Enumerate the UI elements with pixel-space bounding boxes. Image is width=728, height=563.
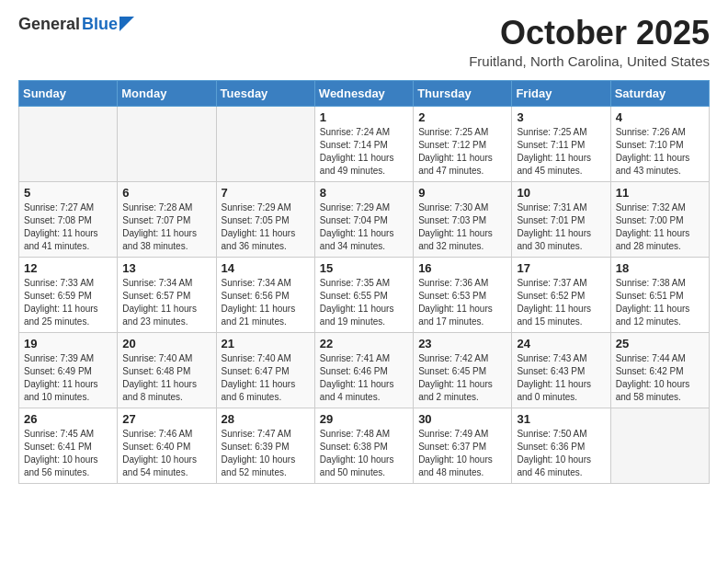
day-number: 10 [517, 186, 605, 200]
day-info: Sunrise: 7:25 AM Sunset: 7:12 PM Dayligh… [418, 126, 506, 178]
page-header: General Blue October 2025 Fruitland, Nor… [18, 15, 710, 69]
calendar-cell: 22Sunrise: 7:41 AM Sunset: 6:46 PM Dayli… [314, 332, 413, 408]
day-info: Sunrise: 7:45 AM Sunset: 6:41 PM Dayligh… [24, 428, 112, 479]
location-title: Fruitland, North Carolina, United States [469, 53, 710, 69]
day-number: 6 [122, 186, 210, 200]
day-info: Sunrise: 7:40 AM Sunset: 6:47 PM Dayligh… [222, 352, 310, 404]
day-info: Sunrise: 7:29 AM Sunset: 7:04 PM Dayligh… [320, 201, 408, 253]
day-number: 12 [24, 261, 112, 275]
calendar-cell: 20Sunrise: 7:40 AM Sunset: 6:48 PM Dayli… [118, 332, 216, 408]
calendar-cell: 6Sunrise: 7:28 AM Sunset: 7:07 PM Daylig… [118, 181, 216, 257]
week-row-3: 12Sunrise: 7:33 AM Sunset: 6:59 PM Dayli… [19, 257, 710, 332]
calendar-cell [19, 106, 118, 181]
day-number: 29 [320, 412, 408, 426]
day-info: Sunrise: 7:47 AM Sunset: 6:39 PM Dayligh… [222, 428, 310, 479]
svg-marker-0 [119, 17, 134, 31]
day-number: 11 [616, 186, 704, 200]
day-number: 23 [418, 337, 506, 350]
calendar-cell: 23Sunrise: 7:42 AM Sunset: 6:45 PM Dayli… [414, 332, 512, 408]
day-number: 21 [222, 337, 310, 350]
day-info: Sunrise: 7:39 AM Sunset: 6:49 PM Dayligh… [24, 352, 112, 404]
day-info: Sunrise: 7:31 AM Sunset: 7:01 PM Dayligh… [517, 201, 605, 253]
column-header-saturday: Saturday [610, 80, 709, 106]
day-number: 8 [320, 186, 408, 200]
calendar-cell: 3Sunrise: 7:25 AM Sunset: 7:11 PM Daylig… [512, 106, 610, 181]
day-number: 30 [418, 412, 506, 426]
column-header-tuesday: Tuesday [216, 80, 314, 106]
calendar-cell [216, 106, 314, 181]
day-number: 20 [122, 337, 210, 350]
column-header-monday: Monday [118, 80, 216, 106]
day-number: 22 [320, 337, 408, 350]
calendar-cell: 27Sunrise: 7:46 AM Sunset: 6:40 PM Dayli… [118, 408, 216, 483]
day-info: Sunrise: 7:42 AM Sunset: 6:45 PM Dayligh… [418, 352, 506, 404]
day-info: Sunrise: 7:25 AM Sunset: 7:11 PM Dayligh… [517, 126, 605, 178]
day-number: 16 [418, 261, 506, 275]
column-header-thursday: Thursday [414, 80, 512, 106]
calendar-cell [610, 408, 709, 483]
calendar-cell: 30Sunrise: 7:49 AM Sunset: 6:37 PM Dayli… [414, 408, 512, 483]
day-number: 2 [418, 110, 506, 124]
day-number: 9 [418, 186, 506, 200]
week-row-2: 5Sunrise: 7:27 AM Sunset: 7:08 PM Daylig… [19, 181, 710, 257]
day-number: 17 [517, 261, 605, 275]
calendar-cell: 21Sunrise: 7:40 AM Sunset: 6:47 PM Dayli… [216, 332, 314, 408]
day-info: Sunrise: 7:34 AM Sunset: 6:57 PM Dayligh… [122, 277, 210, 328]
day-number: 3 [517, 110, 605, 124]
day-number: 1 [320, 110, 408, 124]
calendar-header-row: SundayMondayTuesdayWednesdayThursdayFrid… [19, 80, 710, 106]
calendar-cell: 8Sunrise: 7:29 AM Sunset: 7:04 PM Daylig… [314, 181, 413, 257]
calendar-cell: 19Sunrise: 7:39 AM Sunset: 6:49 PM Dayli… [19, 332, 118, 408]
calendar-table: SundayMondayTuesdayWednesdayThursdayFrid… [18, 80, 710, 484]
calendar-cell: 18Sunrise: 7:38 AM Sunset: 6:51 PM Dayli… [610, 257, 709, 332]
day-info: Sunrise: 7:48 AM Sunset: 6:38 PM Dayligh… [320, 428, 408, 479]
day-info: Sunrise: 7:28 AM Sunset: 7:07 PM Dayligh… [122, 201, 210, 253]
day-info: Sunrise: 7:32 AM Sunset: 7:00 PM Dayligh… [616, 201, 704, 253]
day-info: Sunrise: 7:34 AM Sunset: 6:56 PM Dayligh… [222, 277, 310, 328]
week-row-1: 1Sunrise: 7:24 AM Sunset: 7:14 PM Daylig… [19, 106, 710, 181]
day-info: Sunrise: 7:29 AM Sunset: 7:05 PM Dayligh… [222, 201, 310, 253]
logo-blue-text: Blue [82, 15, 118, 34]
day-info: Sunrise: 7:40 AM Sunset: 6:48 PM Dayligh… [122, 352, 210, 404]
day-number: 18 [616, 261, 704, 275]
column-header-friday: Friday [512, 80, 610, 106]
calendar-cell: 4Sunrise: 7:26 AM Sunset: 7:10 PM Daylig… [610, 106, 709, 181]
day-info: Sunrise: 7:36 AM Sunset: 6:53 PM Dayligh… [418, 277, 506, 328]
day-info: Sunrise: 7:37 AM Sunset: 6:52 PM Dayligh… [517, 277, 605, 328]
day-info: Sunrise: 7:41 AM Sunset: 6:46 PM Dayligh… [320, 352, 408, 404]
day-info: Sunrise: 7:44 AM Sunset: 6:42 PM Dayligh… [616, 352, 704, 404]
day-number: 7 [222, 186, 310, 200]
day-info: Sunrise: 7:24 AM Sunset: 7:14 PM Dayligh… [320, 126, 408, 178]
day-number: 27 [122, 412, 210, 426]
day-number: 26 [24, 412, 112, 426]
day-info: Sunrise: 7:26 AM Sunset: 7:10 PM Dayligh… [616, 126, 704, 178]
logo-icon [119, 17, 134, 31]
day-info: Sunrise: 7:43 AM Sunset: 6:43 PM Dayligh… [517, 352, 605, 404]
day-number: 28 [222, 412, 310, 426]
day-number: 19 [24, 337, 112, 350]
day-info: Sunrise: 7:38 AM Sunset: 6:51 PM Dayligh… [616, 277, 704, 328]
calendar-cell: 25Sunrise: 7:44 AM Sunset: 6:42 PM Dayli… [610, 332, 709, 408]
logo-general-text: General [18, 15, 80, 34]
day-number: 15 [320, 261, 408, 275]
day-info: Sunrise: 7:49 AM Sunset: 6:37 PM Dayligh… [418, 428, 506, 479]
calendar-cell: 7Sunrise: 7:29 AM Sunset: 7:05 PM Daylig… [216, 181, 314, 257]
day-number: 14 [222, 261, 310, 275]
day-number: 25 [616, 337, 704, 350]
calendar-cell: 16Sunrise: 7:36 AM Sunset: 6:53 PM Dayli… [414, 257, 512, 332]
calendar-cell: 14Sunrise: 7:34 AM Sunset: 6:56 PM Dayli… [216, 257, 314, 332]
day-number: 24 [517, 337, 605, 350]
day-info: Sunrise: 7:33 AM Sunset: 6:59 PM Dayligh… [24, 277, 112, 328]
day-info: Sunrise: 7:35 AM Sunset: 6:55 PM Dayligh… [320, 277, 408, 328]
calendar-cell: 5Sunrise: 7:27 AM Sunset: 7:08 PM Daylig… [19, 181, 118, 257]
calendar-cell: 31Sunrise: 7:50 AM Sunset: 6:36 PM Dayli… [512, 408, 610, 483]
day-info: Sunrise: 7:30 AM Sunset: 7:03 PM Dayligh… [418, 201, 506, 253]
calendar-cell: 26Sunrise: 7:45 AM Sunset: 6:41 PM Dayli… [19, 408, 118, 483]
day-number: 4 [616, 110, 704, 124]
calendar-cell: 2Sunrise: 7:25 AM Sunset: 7:12 PM Daylig… [414, 106, 512, 181]
calendar-cell: 9Sunrise: 7:30 AM Sunset: 7:03 PM Daylig… [414, 181, 512, 257]
calendar-cell: 15Sunrise: 7:35 AM Sunset: 6:55 PM Dayli… [314, 257, 413, 332]
day-number: 31 [517, 412, 605, 426]
calendar-cell: 12Sunrise: 7:33 AM Sunset: 6:59 PM Dayli… [19, 257, 118, 332]
month-title: October 2025 [469, 15, 710, 52]
